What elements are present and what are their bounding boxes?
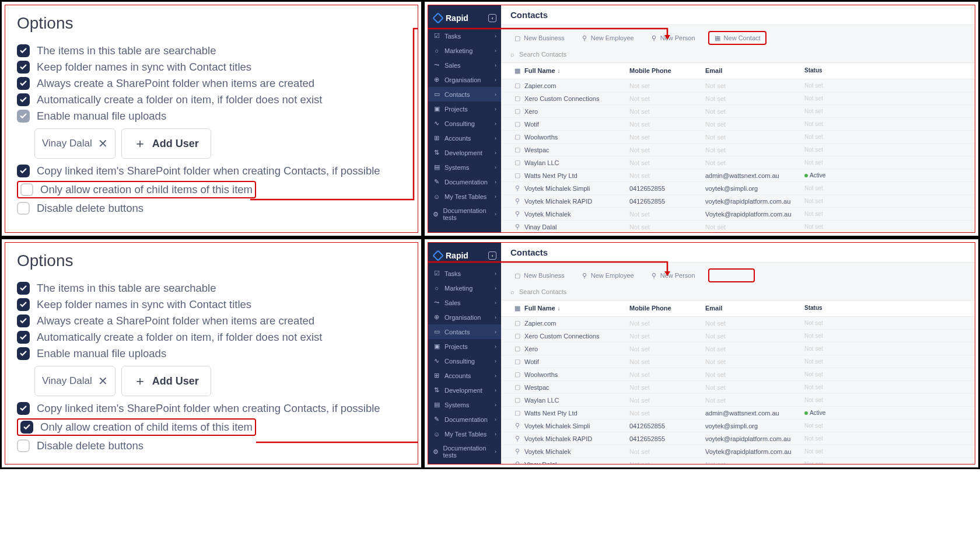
table-row[interactable]: ▢XeroNot setNot setNot set [501, 343, 975, 355]
nav-item-organisation[interactable]: ⊕Organisation› [428, 310, 501, 324]
checkbox-searchable[interactable] [17, 44, 30, 57]
table-row[interactable]: ▢WotifNot setNot setNot set [501, 118, 975, 131]
checkbox-copy-linked[interactable] [17, 402, 30, 415]
table-row[interactable]: ⚲Voytek Michalek RAPID0412652855voytek@r… [501, 432, 975, 445]
collapse-sidebar-icon[interactable]: ‹ [488, 251, 496, 260]
tab-new-employee[interactable]: ⚲New Employee [578, 33, 638, 43]
table-row[interactable]: ▢Watts Next Pty LtdNot setadmin@wattsnex… [501, 407, 975, 420]
nav-item-documentation[interactable]: ✎Documentation› [428, 412, 501, 427]
table-row[interactable]: ▢WestpacNot setNot setNot set [501, 381, 975, 394]
nav-item-consulting[interactable]: ∿Consulting› [428, 116, 501, 131]
tab-label: New Contact [724, 34, 761, 41]
tab-new-business[interactable]: ▢New Business [510, 33, 568, 43]
nav-item-my-test-tables[interactable]: ☺My Test Tables› [428, 427, 501, 441]
nav-item-contacts[interactable]: ▭Contacts› [428, 324, 501, 339]
table-row[interactable]: ▢XeroNot setNot setNot set [501, 105, 975, 118]
table-row[interactable]: ▢Waylan LLCNot setNot setNot set [501, 156, 975, 169]
nav-label: Organisation [444, 314, 481, 321]
nav-item-my-test-tables[interactable]: ☺My Test Tables› [428, 189, 501, 204]
checkbox-sharepoint-folder[interactable] [17, 315, 30, 327]
collapse-sidebar-icon[interactable]: ‹ [488, 14, 496, 22]
user-chip[interactable]: Vinay Dalal✕ [34, 128, 116, 159]
checkbox-copy-linked[interactable] [17, 165, 30, 177]
table-row[interactable]: ▢WestpacNot setNot setNot set [501, 144, 975, 156]
search-row[interactable]: ⌕Search Contacts [501, 48, 975, 63]
table-row[interactable]: ▢WoolworthsNot setNot setNot set [501, 131, 975, 144]
checkbox-manual-upload[interactable] [17, 110, 30, 123]
col-header-status[interactable]: Status [804, 67, 834, 75]
col-header-name[interactable]: Full Name↓ [524, 67, 629, 75]
col-header-mobile[interactable]: Mobile Phone [629, 67, 705, 75]
table-row[interactable]: ⚲Voytek Michalek RAPID0412652855voytek@r… [501, 195, 975, 208]
table-row[interactable]: ▢Waylan LLCNot setNot setNot set [501, 394, 975, 407]
nav-item-development[interactable]: ⇅Development› [428, 145, 501, 160]
checkbox-sync-folders[interactable] [17, 298, 30, 311]
checkbox-sync-folders[interactable] [17, 61, 30, 74]
table-row[interactable]: ▢WotifNot setNot setNot set [501, 355, 975, 368]
nav-item-sales[interactable]: ⤳Sales› [428, 58, 501, 72]
checkbox-child-items[interactable] [20, 183, 33, 196]
table-row[interactable]: ▢Zapier.comNot setNot setNot set [501, 79, 975, 92]
nav-item-marketing[interactable]: ○Marketing› [428, 43, 501, 58]
checkbox-auto-folder[interactable] [17, 331, 30, 344]
checkbox-sharepoint-folder[interactable] [17, 77, 30, 90]
tab-new-employee[interactable]: ⚲New Employee [578, 270, 638, 281]
nav-item-systems[interactable]: ▤Systems› [428, 160, 501, 174]
checkbox-manual-upload[interactable] [17, 347, 30, 360]
table-row[interactable]: ⚲Voytek Michalek Simpli0412652855voytek@… [501, 420, 975, 432]
col-header-email[interactable]: Email [705, 305, 804, 312]
table-row[interactable]: ⚲Voytek MichalekNot setVoytek@rapidplatf… [501, 208, 975, 221]
nav-item-projects[interactable]: ▣Projects› [428, 339, 501, 354]
checkbox-searchable[interactable] [17, 282, 30, 295]
remove-chip-icon[interactable]: ✕ [98, 374, 108, 388]
table-row[interactable]: ⚲Vinay DalalNot setNot setNot set [501, 458, 975, 464]
table-row[interactable]: ▢Zapier.comNot setNot setNot set [501, 317, 975, 330]
nav-item-sales[interactable]: ⤳Sales› [428, 295, 501, 310]
table-row[interactable]: ⚲Voytek MichalekNot setVoytek@rapidplatf… [501, 445, 975, 458]
add-user-button[interactable]: ＋Add User [121, 128, 211, 159]
nav-item-tasks[interactable]: ☑Tasks› [428, 266, 501, 281]
checkbox-child-items[interactable] [20, 421, 33, 434]
nav-item-documentation-tests[interactable]: ⚙Documentation tests› [428, 441, 501, 462]
add-user-button[interactable]: ＋Add User [121, 366, 211, 396]
nav-item-documentation-tests[interactable]: ⚙Documentation tests› [428, 204, 501, 225]
col-select-icon[interactable]: ▦ [510, 305, 524, 312]
nav-item-marketing[interactable]: ○Marketing› [428, 281, 501, 295]
chevron-right-icon: › [495, 92, 496, 97]
checkbox-auto-folder[interactable] [17, 93, 30, 106]
remove-chip-icon[interactable]: ✕ [98, 137, 108, 151]
tab-new-business[interactable]: ▢New Business [510, 270, 568, 281]
row-name: Zapier.com [524, 82, 629, 89]
col-select-icon[interactable]: ▦ [510, 67, 524, 75]
nav-item-accounts[interactable]: ⊞Accounts› [428, 368, 501, 383]
search-row[interactable]: ⌕Search Contacts [501, 286, 975, 301]
table-row[interactable]: ▢Watts Next Pty LtdNot setadmin@wattsnex… [501, 169, 975, 182]
col-header-mobile[interactable]: Mobile Phone [629, 305, 705, 312]
nav-item-documentation[interactable]: ✎Documentation› [428, 174, 501, 189]
table-row[interactable]: ▢Xero Custom ConnectionsNot setNot setNo… [501, 92, 975, 105]
nav-item-consulting[interactable]: ∿Consulting› [428, 354, 501, 368]
col-header-status[interactable]: Status [804, 305, 834, 312]
tab-new-person[interactable]: ⚲New Person [647, 33, 699, 43]
table-row[interactable]: ▢WoolworthsNot setNot setNot set [501, 368, 975, 381]
nav-item-tasks[interactable]: ☑Tasks› [428, 29, 501, 43]
brand-icon [432, 250, 444, 261]
nav-item-contacts[interactable]: ▭Contacts› [428, 87, 501, 102]
nav-item-development[interactable]: ⇅Development› [428, 383, 501, 397]
col-header-email[interactable]: Email [705, 67, 804, 75]
nav-item-organisation[interactable]: ⊕Organisation› [428, 72, 501, 87]
table-row[interactable]: ⚲Vinay DalalNot setNot setNot set [501, 221, 975, 232]
nav-item-accounts[interactable]: ⊞Accounts› [428, 131, 501, 145]
table-row[interactable]: ▢Xero Custom ConnectionsNot setNot setNo… [501, 330, 975, 343]
col-header-name[interactable]: Full Name↓ [524, 305, 629, 312]
nav-item-projects[interactable]: ▣Projects› [428, 102, 501, 116]
table-row[interactable]: ⚲Voytek Michalek Simpli0412652855voytek@… [501, 182, 975, 195]
row-status: Not set [804, 159, 834, 166]
nav-item-systems[interactable]: ▤Systems› [428, 397, 501, 412]
user-chip[interactable]: Vinay Dalal✕ [34, 366, 116, 396]
checkbox-disable-delete[interactable] [17, 202, 30, 215]
checkbox-disable-delete[interactable] [17, 439, 30, 452]
tab-new-person[interactable]: ⚲New Person [647, 270, 699, 281]
row-status: Not set [804, 146, 834, 153]
tab-new-contact-highlighted[interactable]: ▦New Contact [708, 31, 766, 45]
